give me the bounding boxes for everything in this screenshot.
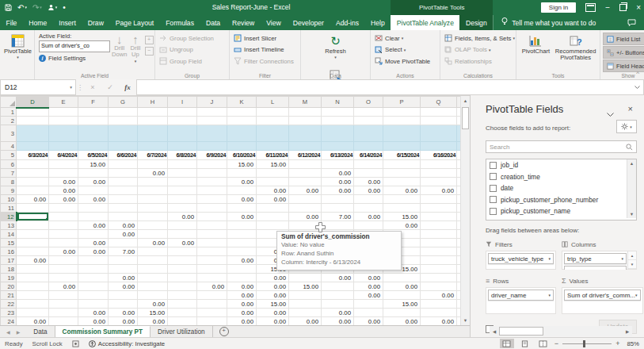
vertical-scrollbar-thumb[interactable] xyxy=(462,107,469,129)
search-box[interactable] xyxy=(486,140,637,153)
collapse-field-icon[interactable]: − xyxy=(145,47,154,56)
zoom-slider[interactable] xyxy=(562,343,612,344)
cell-J16[interactable] xyxy=(197,247,227,256)
filter-connections-button[interactable]: Filter Connections xyxy=(232,56,298,67)
cell-E11[interactable] xyxy=(49,204,78,213)
cell-H9[interactable] xyxy=(138,186,168,195)
horizontal-scrollbar-thumb[interactable] xyxy=(499,327,543,336)
cell-Q16[interactable] xyxy=(421,247,457,256)
tab-view[interactable]: View xyxy=(261,15,287,30)
cell-P12[interactable]: 15.00 xyxy=(383,213,421,221)
field-settings-button[interactable]: i Field Settings xyxy=(39,55,110,62)
col-header-J[interactable]: J xyxy=(197,97,227,108)
cell-M10[interactable] xyxy=(289,195,322,204)
cell-M1[interactable] xyxy=(289,108,322,117)
row-header-1[interactable]: 1 xyxy=(1,108,17,117)
cell-Q7[interactable] xyxy=(421,169,457,178)
col-header-E[interactable]: E xyxy=(49,97,78,108)
cell-L24[interactable]: 0.00 xyxy=(257,317,289,326)
cell-P5[interactable]: 6/15/2024 xyxy=(383,151,421,160)
row-header-9[interactable]: 9 xyxy=(1,186,17,195)
cell-I12[interactable]: 0.00 xyxy=(168,213,197,221)
tab-add-ins[interactable]: Add-ins xyxy=(330,15,364,30)
horizontal-scrollbar[interactable]: ◀ ▶ xyxy=(490,326,632,336)
cell-N11[interactable] xyxy=(322,204,354,213)
cell-H10[interactable] xyxy=(138,195,168,204)
cell-M21[interactable] xyxy=(289,291,322,300)
cell-Q6[interactable] xyxy=(421,160,457,169)
cell-K12[interactable]: 0.00 xyxy=(227,213,257,221)
cell-Q4[interactable] xyxy=(421,142,457,151)
cell-Q24[interactable]: 0.00 xyxy=(421,317,457,326)
cell-E9[interactable]: 0.00 xyxy=(49,186,78,195)
cell-M24[interactable]: 0.00 xyxy=(289,317,322,326)
cell-L8[interactable] xyxy=(257,178,289,186)
cell-O24[interactable]: 0.00 xyxy=(354,317,383,326)
cell-N6[interactable] xyxy=(322,160,354,169)
page-break-view-button[interactable] xyxy=(536,339,551,348)
cell-Q8[interactable] xyxy=(421,178,457,186)
columns-area-partial-item[interactable] xyxy=(564,266,627,270)
relationships-button[interactable]: Relationships xyxy=(443,56,513,67)
scroll-left-icon[interactable]: ◀ xyxy=(490,329,499,334)
cell-J3[interactable] xyxy=(197,125,227,142)
cell-L23[interactable]: 0.00 xyxy=(257,309,289,317)
cell-D20[interactable] xyxy=(17,282,49,291)
cell-M6[interactable] xyxy=(289,160,322,169)
olap-tools-button[interactable]: OLAP Tools▾ xyxy=(443,44,513,56)
cell-E7[interactable] xyxy=(49,169,78,178)
cell-L22[interactable]: 15.00 xyxy=(257,300,289,309)
cell-N9[interactable]: 0.00 xyxy=(322,186,354,195)
cell-N8[interactable]: 0.00 xyxy=(322,178,354,186)
select-all-corner[interactable] xyxy=(1,97,17,108)
cell-F14[interactable] xyxy=(78,230,109,239)
cell-G9[interactable] xyxy=(109,186,138,195)
cell-G10[interactable] xyxy=(109,195,138,204)
sheet-tab-data[interactable]: Data xyxy=(26,326,55,337)
cell-J15[interactable] xyxy=(197,239,227,247)
row-header-19[interactable]: 19 xyxy=(1,274,17,282)
cell-J9[interactable] xyxy=(197,186,227,195)
drill-down-button[interactable]: ↓ Drill Down xyxy=(110,33,128,69)
cell-G8[interactable] xyxy=(109,178,138,186)
cell-K4[interactable] xyxy=(227,142,257,151)
tab-pivottable-analyze[interactable]: PivotTable Analyze xyxy=(391,15,459,30)
cell-Q9[interactable]: 0.00 xyxy=(421,186,457,195)
accessibility-status[interactable]: Accessibility: Investigate xyxy=(89,340,166,347)
cell-O4[interactable] xyxy=(354,142,383,151)
cell-P19[interactable] xyxy=(383,274,421,282)
row-header-17[interactable]: 17 xyxy=(1,256,17,265)
cell-O2[interactable] xyxy=(354,117,383,125)
scroll-right-icon[interactable]: ▶ xyxy=(623,329,632,334)
cell-O6[interactable] xyxy=(354,160,383,169)
save-icon[interactable] xyxy=(5,4,12,11)
col-header-L[interactable]: L xyxy=(257,97,289,108)
cell-E17[interactable] xyxy=(49,256,78,265)
cell-D17[interactable]: 0.00 xyxy=(17,256,49,265)
cell-P8[interactable] xyxy=(383,178,421,186)
checkbox-icon[interactable] xyxy=(490,196,497,203)
cell-J12[interactable] xyxy=(197,213,227,221)
name-box-caret-icon[interactable]: ▾ xyxy=(70,85,72,90)
drill-up-button[interactable]: ↑ Drill Up ▾ xyxy=(128,33,142,69)
cell-K7[interactable] xyxy=(227,169,257,178)
cell-E8[interactable]: 0.00 xyxy=(49,178,78,186)
col-header-N[interactable]: N xyxy=(322,97,354,108)
sign-in-button[interactable]: Sign in xyxy=(541,2,576,13)
cell-H5[interactable]: 6/7/2024 xyxy=(138,151,168,160)
cell-P23[interactable] xyxy=(383,309,421,317)
col-header-H[interactable]: H xyxy=(138,97,168,108)
cell-F10[interactable]: 0.00 xyxy=(78,195,109,204)
enter-icon[interactable]: ✓ xyxy=(101,79,119,95)
cell-E19[interactable] xyxy=(49,274,78,282)
cell-J18[interactable] xyxy=(197,265,227,274)
tab-insert[interactable]: Insert xyxy=(53,15,82,30)
cell-F9[interactable] xyxy=(78,186,109,195)
cell-M5[interactable]: 6/12/2024 xyxy=(289,151,322,160)
cell-G16[interactable]: 7.00 xyxy=(109,247,138,256)
cell-Q2[interactable] xyxy=(421,117,457,125)
cell-Q13[interactable] xyxy=(421,221,457,230)
cell-E16[interactable]: 0.00 xyxy=(49,247,78,256)
zoom-in-icon[interactable]: + xyxy=(615,339,619,347)
cell-I10[interactable] xyxy=(168,195,197,204)
